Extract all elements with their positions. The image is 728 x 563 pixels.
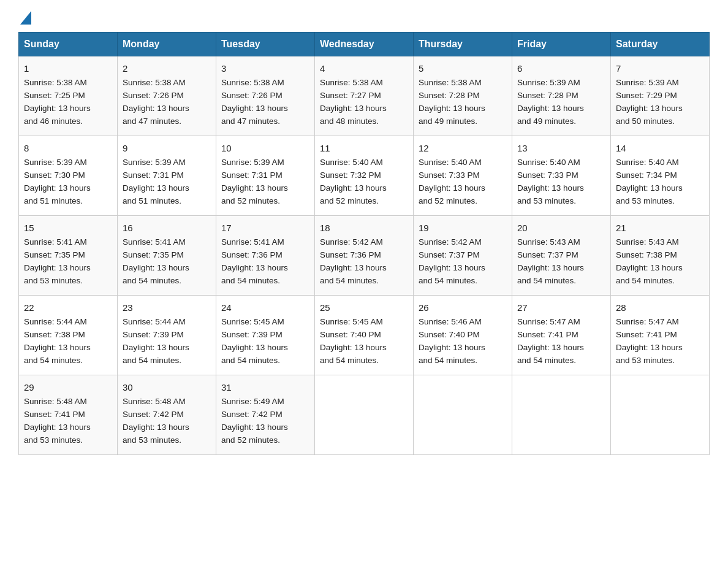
daylight-line2: and 48 minutes. — [320, 117, 379, 126]
sunset-text: Sunset: 7:33 PM — [419, 170, 480, 180]
sunset-text: Sunset: 7:35 PM — [24, 250, 85, 259]
daylight-line1: Daylight: 13 hours — [24, 183, 91, 193]
daylight-line2: and 54 minutes. — [221, 276, 280, 285]
sunset-text: Sunset: 7:33 PM — [517, 170, 578, 180]
sunrise-text: Sunrise: 5:40 AM — [616, 158, 679, 167]
calendar-cell: 30Sunrise: 5:48 AMSunset: 7:42 PMDayligh… — [118, 375, 216, 454]
sunrise-text: Sunrise: 5:43 AM — [517, 237, 580, 247]
daylight-line2: and 54 minutes. — [24, 356, 83, 365]
day-number: 18 — [320, 221, 408, 235]
sunset-text: Sunset: 7:41 PM — [517, 330, 578, 339]
daylight-line1: Daylight: 13 hours — [123, 423, 189, 432]
daylight-line1: Daylight: 13 hours — [123, 104, 189, 113]
sunset-text: Sunset: 7:41 PM — [616, 330, 677, 339]
calendar-week-row: 8Sunrise: 5:39 AMSunset: 7:30 PMDaylight… — [19, 136, 710, 215]
day-number: 30 — [123, 380, 211, 394]
sunrise-text: Sunrise: 5:39 AM — [24, 158, 87, 167]
daylight-line1: Daylight: 13 hours — [616, 183, 683, 193]
sunrise-text: Sunrise: 5:44 AM — [24, 317, 87, 326]
calendar-cell: 13Sunrise: 5:40 AMSunset: 7:33 PMDayligh… — [512, 136, 611, 215]
day-number: 15 — [24, 221, 112, 235]
calendar-cell: 18Sunrise: 5:42 AMSunset: 7:36 PMDayligh… — [315, 215, 414, 295]
day-number: 31 — [221, 380, 309, 394]
day-number: 9 — [123, 141, 211, 155]
daylight-line1: Daylight: 13 hours — [517, 343, 584, 352]
calendar-cell — [315, 375, 414, 454]
sunset-text: Sunset: 7:37 PM — [419, 250, 480, 259]
calendar-cell: 11Sunrise: 5:40 AMSunset: 7:32 PMDayligh… — [315, 136, 414, 215]
sunset-text: Sunset: 7:31 PM — [123, 170, 184, 180]
day-number: 16 — [123, 221, 211, 235]
day-number: 23 — [123, 301, 211, 315]
sunrise-text: Sunrise: 5:38 AM — [320, 78, 383, 87]
sunset-text: Sunset: 7:38 PM — [616, 250, 677, 259]
daylight-line1: Daylight: 13 hours — [616, 263, 683, 272]
sunrise-text: Sunrise: 5:46 AM — [419, 317, 482, 326]
daylight-line1: Daylight: 13 hours — [24, 263, 91, 272]
daylight-line2: and 51 minutes. — [123, 196, 181, 205]
sunrise-text: Sunrise: 5:40 AM — [320, 158, 383, 167]
calendar-cell: 19Sunrise: 5:42 AMSunset: 7:37 PMDayligh… — [414, 215, 512, 295]
sunset-text: Sunset: 7:26 PM — [123, 91, 184, 100]
day-number: 12 — [419, 141, 507, 155]
daylight-line1: Daylight: 13 hours — [221, 104, 288, 113]
day-number: 5 — [419, 61, 507, 75]
calendar-cell: 20Sunrise: 5:43 AMSunset: 7:37 PMDayligh… — [512, 215, 611, 295]
daylight-line1: Daylight: 13 hours — [320, 263, 387, 272]
daylight-line1: Daylight: 13 hours — [419, 343, 485, 352]
daylight-line1: Daylight: 13 hours — [419, 183, 485, 193]
daylight-line2: and 50 minutes. — [616, 117, 675, 126]
daylight-line2: and 54 minutes. — [517, 356, 576, 365]
daylight-line1: Daylight: 13 hours — [320, 104, 387, 113]
sunrise-text: Sunrise: 5:47 AM — [616, 317, 679, 326]
sunset-text: Sunset: 7:42 PM — [221, 410, 282, 419]
daylight-line2: and 51 minutes. — [24, 196, 83, 205]
daylight-line1: Daylight: 13 hours — [123, 263, 189, 272]
sunrise-text: Sunrise: 5:39 AM — [123, 158, 186, 167]
sunrise-text: Sunrise: 5:38 AM — [221, 78, 284, 87]
calendar-table: SundayMondayTuesdayWednesdayThursdayFrid… — [18, 32, 710, 455]
calendar-cell: 25Sunrise: 5:45 AMSunset: 7:40 PMDayligh… — [315, 295, 414, 375]
day-number: 4 — [320, 61, 408, 75]
daylight-line2: and 54 minutes. — [419, 276, 477, 285]
calendar-cell: 4Sunrise: 5:38 AMSunset: 7:27 PMDaylight… — [315, 56, 414, 136]
calendar-cell: 3Sunrise: 5:38 AMSunset: 7:26 PMDaylight… — [216, 56, 315, 136]
sunset-text: Sunset: 7:31 PM — [221, 170, 282, 180]
logo-triangle-icon — [20, 11, 31, 25]
daylight-line2: and 47 minutes. — [221, 117, 280, 126]
day-of-week-header: Tuesday — [216, 33, 315, 56]
sunset-text: Sunset: 7:26 PM — [221, 91, 282, 100]
calendar-cell: 15Sunrise: 5:41 AMSunset: 7:35 PMDayligh… — [19, 215, 118, 295]
daylight-line2: and 54 minutes. — [320, 356, 379, 365]
calendar-header-row: SundayMondayTuesdayWednesdayThursdayFrid… — [19, 33, 710, 56]
daylight-line2: and 54 minutes. — [517, 276, 576, 285]
sunset-text: Sunset: 7:40 PM — [419, 330, 480, 339]
sunset-text: Sunset: 7:36 PM — [221, 250, 282, 259]
daylight-line1: Daylight: 13 hours — [221, 343, 288, 352]
sunrise-text: Sunrise: 5:40 AM — [419, 158, 482, 167]
day-number: 24 — [221, 301, 309, 315]
sunset-text: Sunset: 7:40 PM — [320, 330, 381, 339]
calendar-cell: 17Sunrise: 5:41 AMSunset: 7:36 PMDayligh… — [216, 215, 315, 295]
daylight-line2: and 53 minutes. — [24, 435, 83, 445]
sunset-text: Sunset: 7:35 PM — [123, 250, 184, 259]
sunrise-text: Sunrise: 5:39 AM — [616, 78, 679, 87]
sunrise-text: Sunrise: 5:49 AM — [221, 397, 284, 406]
day-number: 19 — [419, 221, 507, 235]
calendar-cell: 2Sunrise: 5:38 AMSunset: 7:26 PMDaylight… — [118, 56, 216, 136]
day-number: 10 — [221, 141, 309, 155]
calendar-cell: 31Sunrise: 5:49 AMSunset: 7:42 PMDayligh… — [216, 375, 315, 454]
calendar-cell: 8Sunrise: 5:39 AMSunset: 7:30 PMDaylight… — [19, 136, 118, 215]
calendar-week-row: 22Sunrise: 5:44 AMSunset: 7:38 PMDayligh… — [19, 295, 710, 375]
calendar-cell: 1Sunrise: 5:38 AMSunset: 7:25 PMDaylight… — [19, 56, 118, 136]
calendar-cell: 6Sunrise: 5:39 AMSunset: 7:28 PMDaylight… — [512, 56, 611, 136]
daylight-line1: Daylight: 13 hours — [24, 423, 91, 432]
daylight-line1: Daylight: 13 hours — [123, 343, 189, 352]
sunset-text: Sunset: 7:32 PM — [320, 170, 381, 180]
logo — [18, 12, 31, 26]
day-number: 6 — [517, 61, 605, 75]
sunset-text: Sunset: 7:25 PM — [24, 91, 85, 100]
daylight-line2: and 53 minutes. — [123, 435, 181, 445]
day-number: 17 — [221, 221, 309, 235]
daylight-line1: Daylight: 13 hours — [123, 183, 189, 193]
